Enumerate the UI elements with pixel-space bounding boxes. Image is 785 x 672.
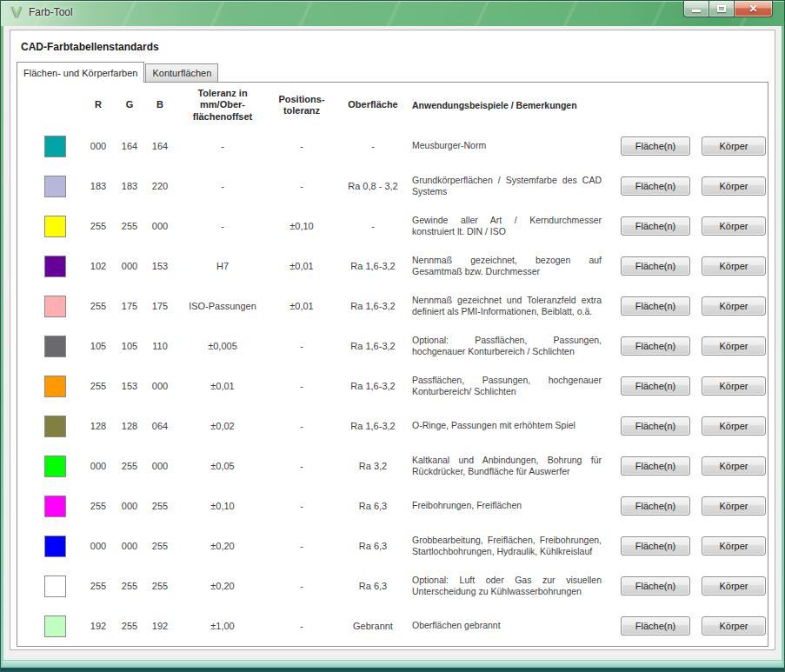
cell-g: 153 (115, 381, 144, 391)
koerper-button[interactable]: Körper (702, 456, 766, 476)
table-row: 255 255 255 ±0,20 - Ra 6,3 Optional: Luf… (28, 566, 768, 606)
table-row: 192 255 192 ±1,00 - Gebrannt Oberflächen… (28, 606, 768, 646)
cell-position-tolerance: - (269, 621, 334, 631)
cell-examples: Oberflächen gebrannt (412, 620, 614, 631)
koerper-button[interactable]: Körper (702, 416, 766, 436)
app-window: Farb-Tool ✕ CAD-Farbtabellenstandards Fl… (0, 0, 785, 672)
cell-g: 000 (115, 501, 144, 511)
cell-tolerance: ±0,02 (176, 421, 269, 431)
cell-examples: Grobbearbeitung, Freiflächen, Freibohrun… (412, 535, 614, 557)
header-examples: Anwendungsbeispiele / Bemerkungen (412, 100, 614, 111)
tabstrip: Flächen- und Körperfarben Konturflächen (17, 62, 768, 82)
flaeche-button[interactable]: Fläche(n) (621, 216, 690, 236)
minimize-button[interactable] (683, 1, 709, 17)
cell-r: 255 (82, 581, 115, 591)
color-swatch-cell (28, 536, 82, 557)
cell-surface: Gebrannt (334, 621, 412, 631)
flaeche-button[interactable]: Fläche(n) (621, 296, 690, 316)
flaeche-button[interactable]: Fläche(n) (621, 176, 690, 196)
cell-position-tolerance: - (269, 341, 334, 351)
cell-tolerance: ISO-Passungen (176, 301, 269, 311)
cell-r: 128 (82, 421, 115, 431)
cell-tolerance: ±0,005 (176, 341, 269, 351)
header-g: G (115, 99, 144, 110)
koerper-button[interactable]: Körper (702, 536, 766, 556)
minimize-icon (692, 10, 701, 12)
cell-r: 105 (82, 341, 115, 351)
cell-r: 255 (82, 501, 115, 511)
cell-g: 128 (115, 421, 144, 431)
cell-position-tolerance: - (269, 541, 334, 551)
color-swatch-cell (28, 136, 82, 157)
cell-r: 255 (82, 381, 115, 391)
table-row: 102 000 153 H7 ±0,01 Ra 1,6-3,2 Nennmaß … (28, 246, 768, 286)
cell-surface: Ra 1,6-3,2 (334, 381, 412, 391)
color-swatch (44, 376, 66, 397)
tab-label: Flächen- und Körperfarben (23, 68, 137, 78)
flaeche-button[interactable]: Fläche(n) (621, 536, 690, 556)
koerper-button[interactable]: Körper (702, 376, 766, 396)
cell-b: 000 (144, 461, 176, 471)
color-swatch (44, 136, 66, 157)
table-row: 255 000 255 ±0,10 - Ra 6,3 Freibohrungen… (28, 486, 768, 526)
koerper-button[interactable]: Körper (702, 136, 766, 156)
titlebar[interactable]: Farb-Tool ✕ (1, 1, 784, 26)
koerper-button[interactable]: Körper (702, 176, 766, 196)
koerper-button[interactable]: Körper (702, 576, 766, 595)
cell-b: 153 (144, 261, 176, 271)
cell-surface: Ra 3,2 (334, 461, 412, 471)
flaeche-button[interactable]: Fläche(n) (621, 136, 690, 156)
flaeche-button[interactable]: Fläche(n) (621, 496, 690, 516)
cell-examples: Meusburger-Norm (412, 140, 614, 151)
cell-g: 105 (115, 341, 144, 351)
cell-b: 220 (144, 181, 176, 191)
cell-r: 102 (82, 261, 115, 271)
cell-surface: Ra 6,3 (334, 501, 412, 511)
koerper-button[interactable]: Körper (702, 256, 766, 276)
color-swatch-cell (28, 336, 82, 357)
cell-r: 000 (82, 541, 115, 551)
cell-tolerance: ±0,01 (176, 381, 269, 391)
koerper-button[interactable]: Körper (702, 616, 766, 635)
cell-surface: Ra 6,3 (334, 581, 412, 591)
cell-examples: Optional: Passflächen, Passungen, hochge… (412, 335, 614, 357)
cell-r: 255 (82, 301, 115, 311)
koerper-button[interactable]: Körper (702, 216, 766, 236)
color-swatch-cell (28, 256, 82, 277)
cell-tolerance: ±0,10 (176, 501, 269, 511)
flaeche-button[interactable]: Fläche(n) (621, 416, 690, 436)
color-swatch (44, 336, 66, 357)
koerper-button[interactable]: Körper (702, 336, 766, 356)
koerper-button[interactable]: Körper (702, 496, 766, 516)
color-swatch (44, 416, 66, 437)
cell-examples: Gewinde aller Art / Kerndurchmesser kons… (412, 215, 614, 237)
flaeche-button[interactable]: Fläche(n) (621, 456, 690, 476)
cell-surface: - (334, 221, 412, 231)
flaeche-button[interactable]: Fläche(n) (621, 376, 690, 396)
koerper-button[interactable]: Körper (702, 296, 766, 316)
cell-position-tolerance: - (269, 181, 334, 191)
close-button[interactable]: ✕ (734, 1, 773, 17)
cell-position-tolerance: - (269, 461, 334, 471)
cell-b: 255 (144, 501, 176, 511)
header-position-tolerance: Positions- toleranz (269, 94, 334, 116)
maximize-icon (717, 5, 726, 12)
cell-position-tolerance: ±0,01 (269, 301, 334, 311)
tab-konturflaechen[interactable]: Konturflächen (145, 63, 218, 82)
tab-flaechen-und-koerperfarben[interactable]: Flächen- und Körperfarben (17, 62, 144, 83)
flaeche-button[interactable]: Fläche(n) (621, 576, 690, 595)
flaeche-button[interactable]: Fläche(n) (621, 616, 690, 635)
cell-tolerance: ±0,20 (176, 581, 269, 591)
flaeche-button[interactable]: Fläche(n) (621, 256, 690, 276)
flaeche-button[interactable]: Fläche(n) (621, 336, 690, 356)
cell-position-tolerance: - (269, 501, 334, 511)
cell-g: 255 (115, 621, 144, 631)
cell-position-tolerance: - (269, 421, 334, 431)
cell-b: 110 (144, 341, 176, 351)
window-bottom-glass (3, 661, 782, 668)
cell-g: 255 (115, 581, 144, 591)
color-swatch-cell (28, 416, 82, 437)
tab-label: Konturflächen (152, 68, 211, 78)
cell-b: 000 (144, 381, 176, 391)
maximize-button[interactable] (709, 1, 734, 17)
